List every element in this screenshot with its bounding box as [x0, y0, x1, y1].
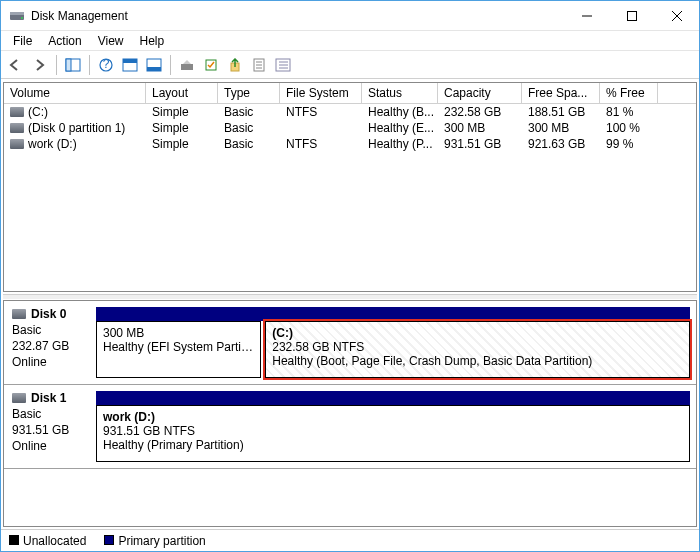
disk-block: Disk 0Basic232.87 GBOnline300 MBHealthy … — [4, 301, 696, 385]
col-freespace[interactable]: Free Spa... — [522, 83, 600, 103]
disk-kind: Basic — [12, 323, 88, 337]
disk-name: Disk 0 — [31, 307, 66, 321]
titlebar: Disk Management — [1, 1, 699, 31]
disk-bar: work (D:)931.51 GB NTFSHealthy (Primary … — [96, 391, 690, 462]
col-capacity[interactable]: Capacity — [438, 83, 522, 103]
col-pctfree[interactable]: % Free — [600, 83, 658, 103]
disk-stripe — [96, 391, 690, 405]
col-extra[interactable] — [658, 83, 696, 103]
volume-fs — [280, 120, 362, 136]
volume-free: 188.51 GB — [522, 104, 600, 120]
volume-icon — [10, 107, 24, 117]
disk-name: Disk 1 — [31, 391, 66, 405]
help-button[interactable]: ? — [95, 54, 117, 76]
partition-title: (C:) — [272, 326, 683, 340]
legend-primary: Primary partition — [104, 534, 205, 548]
minimize-button[interactable] — [564, 1, 609, 30]
volume-icon — [10, 123, 24, 133]
partitions: work (D:)931.51 GB NTFSHealthy (Primary … — [96, 405, 690, 462]
volume-name: (C:) — [28, 105, 48, 119]
menu-help[interactable]: Help — [132, 32, 173, 50]
close-button[interactable] — [654, 1, 699, 30]
volume-list-header: Volume Layout Type File System Status Ca… — [4, 83, 696, 104]
volume-type: Basic — [218, 136, 280, 152]
show-hide-tree-button[interactable] — [62, 54, 84, 76]
volume-row[interactable]: work (D:)SimpleBasicNTFSHealthy (P...931… — [4, 136, 696, 152]
refresh-button[interactable] — [200, 54, 222, 76]
partition-status: Healthy (Boot, Page File, Crash Dump, Ba… — [272, 354, 683, 368]
volume-fs: NTFS — [280, 104, 362, 120]
legend-bar: Unallocated Primary partition — [1, 529, 699, 551]
disk-icon — [12, 309, 26, 319]
toolbar: ? — [1, 51, 699, 79]
partition[interactable]: 300 MBHealthy (EFI System Partition) — [96, 321, 261, 378]
volume-pctfree: 81 % — [600, 104, 658, 120]
svg-point-2 — [21, 17, 23, 19]
partitions: 300 MBHealthy (EFI System Partition)(C:)… — [96, 321, 690, 378]
volume-layout: Simple — [146, 104, 218, 120]
svg-rect-8 — [66, 59, 71, 71]
settings-button[interactable] — [176, 54, 198, 76]
disk-label[interactable]: Disk 0Basic232.87 GBOnline — [4, 301, 96, 384]
toolbar-separator — [170, 55, 171, 75]
legend-unallocated-label: Unallocated — [23, 534, 86, 548]
legend-unallocated: Unallocated — [9, 534, 86, 548]
maximize-button[interactable] — [609, 1, 654, 30]
disk-size: 931.51 GB — [12, 423, 88, 437]
volume-pctfree: 99 % — [600, 136, 658, 152]
svg-text:?: ? — [103, 58, 110, 71]
view-top-button[interactable] — [119, 54, 141, 76]
volume-rows: (C:)SimpleBasicNTFSHealthy (B...232.58 G… — [4, 104, 696, 291]
back-button[interactable] — [5, 54, 27, 76]
volume-layout: Simple — [146, 120, 218, 136]
toolbar-separator — [89, 55, 90, 75]
volume-type: Basic — [218, 120, 280, 136]
menu-view[interactable]: View — [90, 32, 132, 50]
svg-rect-1 — [10, 12, 24, 15]
properties-button[interactable] — [248, 54, 270, 76]
col-status[interactable]: Status — [362, 83, 438, 103]
disk-state: Online — [12, 355, 88, 369]
col-filesystem[interactable]: File System — [280, 83, 362, 103]
action-1-button[interactable] — [224, 54, 246, 76]
action-2-button[interactable] — [272, 54, 294, 76]
toolbar-separator — [56, 55, 57, 75]
content-area: Volume Layout Type File System Status Ca… — [1, 79, 699, 529]
volume-icon — [10, 139, 24, 149]
volume-row[interactable]: (C:)SimpleBasicNTFSHealthy (B...232.58 G… — [4, 104, 696, 120]
volume-free: 921.63 GB — [522, 136, 600, 152]
volume-list-pane: Volume Layout Type File System Status Ca… — [3, 82, 697, 292]
partition-status: Healthy (Primary Partition) — [103, 438, 683, 452]
partition[interactable]: (C:)232.58 GB NTFSHealthy (Boot, Page Fi… — [265, 321, 690, 378]
col-layout[interactable]: Layout — [146, 83, 218, 103]
forward-button[interactable] — [29, 54, 51, 76]
menu-action[interactable]: Action — [40, 32, 89, 50]
svg-rect-4 — [627, 11, 636, 20]
volume-name: work (D:) — [28, 137, 77, 151]
volume-capacity: 232.58 GB — [438, 104, 522, 120]
disk-stripe — [96, 307, 690, 321]
volume-capacity: 931.51 GB — [438, 136, 522, 152]
partition-title: work (D:) — [103, 410, 683, 424]
swatch-unallocated-icon — [9, 535, 19, 545]
col-volume[interactable]: Volume — [4, 83, 146, 103]
disk-management-window: Disk Management File Action View Help ? — [0, 0, 700, 552]
volume-free: 300 MB — [522, 120, 600, 136]
partition[interactable]: work (D:)931.51 GB NTFSHealthy (Primary … — [96, 405, 690, 462]
volume-row[interactable]: (Disk 0 partition 1)SimpleBasicHealthy (… — [4, 120, 696, 136]
menubar: File Action View Help — [1, 31, 699, 51]
disk-graphical-pane: Disk 0Basic232.87 GBOnline300 MBHealthy … — [3, 300, 697, 527]
window-title: Disk Management — [31, 9, 128, 23]
menu-file[interactable]: File — [5, 32, 40, 50]
col-type[interactable]: Type — [218, 83, 280, 103]
svg-rect-12 — [123, 59, 137, 63]
disk-icon — [12, 393, 26, 403]
view-bottom-button[interactable] — [143, 54, 165, 76]
disk-size: 232.87 GB — [12, 339, 88, 353]
disk-label[interactable]: Disk 1Basic931.51 GBOnline — [4, 385, 96, 468]
volume-layout: Simple — [146, 136, 218, 152]
volume-capacity: 300 MB — [438, 120, 522, 136]
partition-size: 931.51 GB NTFS — [103, 424, 683, 438]
volume-pctfree: 100 % — [600, 120, 658, 136]
legend-primary-label: Primary partition — [118, 534, 205, 548]
